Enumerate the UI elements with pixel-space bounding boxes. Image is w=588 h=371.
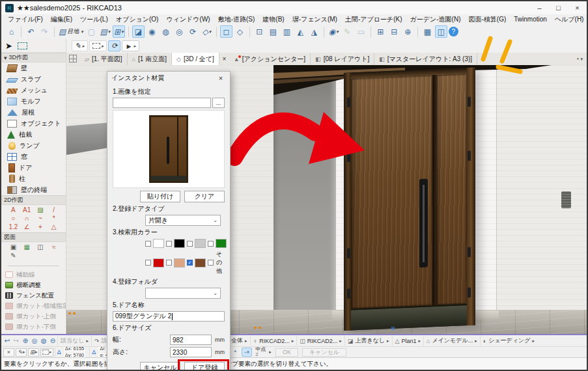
axonometry-icon[interactable]: ◇	[234, 25, 246, 38]
nav-forward-icon[interactable]: ↪	[12, 337, 21, 344]
tab-floor-plan[interactable]: ▱[1. 平面図]	[80, 53, 128, 65]
sidebar-tool-door[interactable]: ドア	[1, 162, 66, 173]
paint-icon[interactable]: ◭	[294, 25, 307, 38]
redo-icon[interactable]: ↷	[38, 25, 51, 38]
menu-garden[interactable]: ガーデン-造園(N)	[406, 15, 465, 24]
aux-line-item[interactable]: 補助線	[1, 269, 66, 280]
new-doc-icon[interactable]: ▢	[85, 25, 98, 38]
quick-layout-grid-icon[interactable]	[69, 55, 77, 62]
line-tool-icon[interactable]: /	[47, 206, 61, 213]
image-view-icon[interactable]: ▦	[421, 25, 434, 38]
menu-site-road[interactable]: 敷地-道路(S)	[214, 15, 259, 24]
browse-button[interactable]: ...	[212, 98, 225, 108]
slope-tool-icon[interactable]: △	[47, 223, 61, 230]
view-eye-icon[interactable]: ◉	[146, 25, 158, 38]
link-icon[interactable]: ⊡	[253, 25, 266, 38]
color-checkbox-red[interactable]	[145, 260, 151, 266]
image-path-input[interactable]	[113, 98, 211, 108]
sidebar-tool-slab[interactable]: スラブ	[1, 74, 66, 85]
fill-tool-icon[interactable]: ▨	[34, 206, 48, 213]
sidebar-tool-mesh[interactable]: メッシュ	[1, 85, 66, 96]
folder-select[interactable]: ⌄	[145, 288, 221, 299]
orbit-button[interactable]: ⟳	[108, 40, 120, 51]
fence-place-item[interactable]: フェンス配置	[1, 290, 66, 301]
menu-window[interactable]: ウィンドウ(W)	[162, 15, 214, 24]
section-drawing-header[interactable]: 図面	[1, 232, 66, 242]
menu-twinmotion[interactable]: Twinmotion	[510, 16, 551, 23]
grid-snap-button[interactable]: ⊞▸	[28, 348, 39, 357]
camera-icon[interactable]: ◉▾	[328, 25, 340, 38]
cancel-button-bottom[interactable]: キャンセル	[302, 348, 346, 357]
camera-path-icon[interactable]: ◇▾	[201, 25, 213, 38]
walk-mode-icon[interactable]: ◍	[160, 25, 172, 38]
menu-file[interactable]: ファイル(F)	[4, 15, 47, 24]
menu-options[interactable]: オプション(O)	[112, 15, 163, 24]
maximize-button[interactable]: □	[549, 1, 568, 14]
overwrite-dropdown[interactable]: ◪上書きなし▸	[344, 336, 392, 346]
camera-tool-icon[interactable]: ▣	[7, 243, 20, 251]
wall-cut-upper-item[interactable]: 塀カット-上側	[1, 311, 66, 322]
fit-view-icon[interactable]: ⊞	[374, 25, 387, 38]
circle-tool-icon[interactable]: ○	[7, 215, 20, 222]
point-tool-icon[interactable]: *	[47, 215, 61, 222]
tab-action-center[interactable]: ▲[アクションセンター]	[229, 53, 311, 65]
color-checkbox-white[interactable]	[145, 241, 151, 247]
sidebar-tool-roof[interactable]: 屋根	[1, 107, 66, 118]
tab-layout-08[interactable]: ◧[08 レイアウト]	[311, 53, 374, 65]
dialog-title-bar[interactable]: インスタント材質 ×	[107, 72, 230, 85]
snap-mode-label[interactable]: 中点2	[253, 347, 268, 357]
sidebar-tool-column[interactable]: 柱	[1, 173, 66, 184]
sidebar-tool-morph[interactable]: モルフ	[1, 96, 66, 107]
3d-document-icon[interactable]: ◫	[435, 25, 447, 38]
color-checkbox-tan[interactable]	[166, 260, 172, 266]
minimize-button[interactable]: –	[530, 1, 549, 14]
magic-wand-icon[interactable]: *	[230, 348, 240, 357]
label-tool-icon[interactable]: A1	[20, 206, 34, 213]
section-3d-header[interactable]: ▾3D作図	[1, 53, 66, 62]
zoom-icon[interactable]: ⊕	[402, 25, 414, 38]
guide-pen-button[interactable]: ✎▸	[16, 348, 27, 357]
height-input[interactable]: 2330	[170, 347, 212, 357]
color-checkbox-green[interactable]	[208, 241, 214, 247]
color-checkbox-black[interactable]	[166, 241, 172, 247]
sidebar-tool-wall-end[interactable]: 壁の終端	[1, 184, 66, 195]
menu-tools[interactable]: ツール(L)	[76, 15, 112, 24]
section-2d-header[interactable]: 2D作図	[1, 195, 66, 205]
sidebar-tool-window[interactable]: 窓	[1, 151, 66, 162]
plan-dropdown[interactable]: △Plan1▸	[392, 336, 423, 346]
flat-view-icon[interactable]: ▭	[355, 25, 367, 38]
model-view-dropdown[interactable]: ◫RIKCAD2...▸	[296, 336, 344, 346]
shading-dropdown[interactable]: ◐シェーディング▸	[480, 336, 537, 346]
sidebar-tool-plant[interactable]: 植栽	[1, 129, 66, 140]
pan-icon[interactable]: ◎	[30, 337, 39, 344]
color-checkbox-brown[interactable]: ✓	[187, 260, 193, 266]
menu-building[interactable]: 建物(B)	[259, 15, 288, 24]
home-icon[interactable]: ⌂	[5, 25, 18, 38]
sidebar-tool-wall[interactable]: 壁	[1, 62, 66, 74]
note-icon[interactable]: ▥	[281, 25, 293, 38]
select-arrow-tool[interactable]: ➤	[5, 41, 12, 51]
select-area-icon[interactable]: ◪	[132, 25, 145, 38]
dialog-close-icon[interactable]: ×	[216, 74, 226, 82]
sidebar-tool-object[interactable]: オブジェクト	[1, 118, 66, 129]
zoom-in-icon[interactable]: ⊕	[21, 337, 30, 344]
figure-tool-icon[interactable]: ▦	[20, 243, 34, 251]
grid-display-icon[interactable]: ⊞▾	[113, 25, 125, 38]
menu-fence[interactable]: 塀-フェンス(M)	[288, 15, 341, 24]
measure-icon[interactable]: ⊟	[388, 25, 400, 38]
ok-button[interactable]: OK	[275, 348, 298, 357]
section-tool-icon[interactable]: ≈	[47, 243, 61, 251]
pen-profile-dropdown[interactable]: ♀RIKCAD2...▸	[250, 336, 297, 346]
menu-approach[interactable]: 土間-アプローチ(K)	[341, 15, 406, 24]
level-dim-tool-icon[interactable]: +	[34, 223, 48, 230]
joint-tool-icon[interactable]: ▤目地▾	[58, 25, 84, 38]
entrance-door[interactable]	[344, 68, 475, 331]
angle-dim-tool-icon[interactable]: ∠	[20, 223, 34, 230]
measure-pen-button[interactable]: ✎▸	[72, 40, 88, 51]
pointer-button[interactable]: ►▸	[122, 40, 139, 51]
main-model-dropdown[interactable]: ⌂メインモデル...▸	[423, 336, 480, 346]
door-type-select[interactable]: 片開き ⌄	[145, 215, 221, 226]
polyline-tool-icon[interactable]: ∩	[20, 215, 34, 222]
tab-list-dropdown[interactable]: ◔▾	[571, 53, 587, 65]
3d-view-icon[interactable]: ◻	[220, 25, 232, 38]
